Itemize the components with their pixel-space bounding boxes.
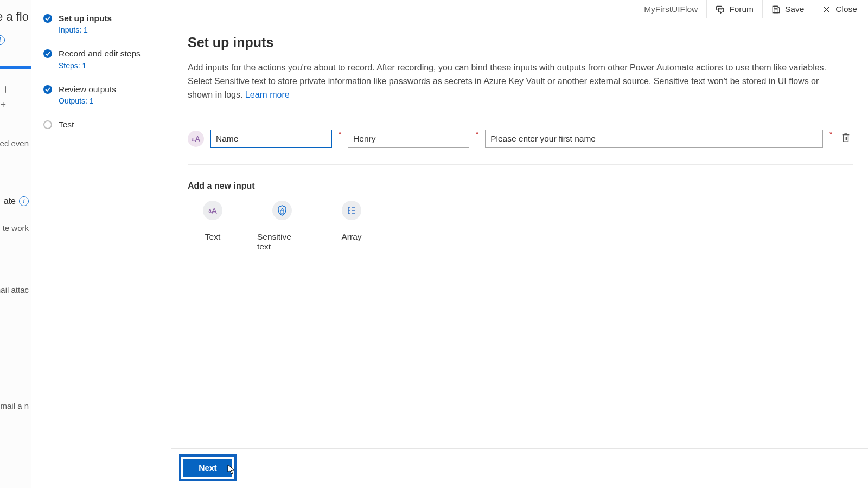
text-type-icon: aA <box>188 131 204 147</box>
wizard-step-title: Set up inputs <box>59 13 112 23</box>
bg-fragment-te-work: te work <box>3 223 29 233</box>
step-bullet-open-icon <box>43 120 52 129</box>
wizard-sidebar: Set up inputs Inputs: 1 Record and edit … <box>31 0 171 488</box>
bg-title-fragment: ake a flo <box>0 10 29 24</box>
text-input-icon: aA <box>203 201 222 220</box>
step-bullet-done-icon <box>43 14 52 23</box>
bg-box-icon <box>0 86 6 95</box>
wizard-step-test[interactable]: Test <box>43 119 162 130</box>
add-input-label: Text <box>205 232 220 242</box>
close-icon <box>822 5 831 14</box>
forum-label: Forum <box>729 4 754 14</box>
wizard-step-title: Test <box>59 119 74 130</box>
topbar: MyFirstUIFlow Forum Save Close <box>171 0 868 18</box>
bg-fragment-ate: atei <box>4 196 29 206</box>
learn-more-link[interactable]: Learn more <box>245 90 290 99</box>
wizard-step-subtitle: Inputs: 1 <box>59 25 112 34</box>
next-button[interactable]: Next <box>183 459 232 477</box>
save-label: Save <box>785 4 804 14</box>
main-panel: MyFirstUIFlow Forum Save Close Set up in… <box>171 0 868 488</box>
required-marker: * <box>829 130 832 138</box>
bg-active-tab-bar <box>0 66 31 69</box>
save-button[interactable]: Save <box>762 0 813 18</box>
bg-info-icon: i <box>0 35 5 45</box>
add-input-sensitive-text[interactable]: Sensitive text <box>257 201 307 252</box>
bg-fragment-nated: nated even <box>0 139 29 148</box>
trash-icon <box>841 132 851 143</box>
input-definition-row: aA * * * <box>188 130 853 165</box>
wizard-step-setup-inputs[interactable]: Set up inputs Inputs: 1 <box>43 13 162 34</box>
content-area: Set up inputs Add inputs for the actions… <box>171 18 868 448</box>
sensitive-text-icon <box>272 201 292 220</box>
array-icon <box>342 201 361 220</box>
close-label: Close <box>835 4 857 14</box>
page-title: Set up inputs <box>188 35 853 50</box>
wizard-step-record-edit[interactable]: Record and edit steps Steps: 1 <box>43 48 162 69</box>
add-input-header: Add a new input <box>188 181 853 191</box>
page-description: Add inputs for the actions you're about … <box>188 61 839 101</box>
required-marker: * <box>476 130 478 138</box>
background-partial-panel: ake a flo i + nated even atei te work ma… <box>0 0 31 488</box>
delete-input-button[interactable] <box>839 130 853 147</box>
add-input-array[interactable]: Array <box>327 201 376 252</box>
next-button-highlight: Next <box>179 454 237 481</box>
footer-bar: Next <box>171 448 868 488</box>
add-input-label: Array <box>341 232 361 242</box>
add-input-row: aA Text Sensitive text <box>188 201 853 252</box>
forum-button[interactable]: Forum <box>706 0 762 18</box>
input-description-field[interactable] <box>485 130 823 148</box>
required-marker: * <box>339 130 341 138</box>
add-input-text[interactable]: aA Text <box>188 201 238 252</box>
step-bullet-done-icon <box>43 49 52 58</box>
wizard-step-title: Record and edit steps <box>59 48 141 59</box>
add-input-label: Sensitive text <box>257 232 307 252</box>
close-button[interactable]: Close <box>813 0 866 18</box>
forum-icon <box>716 5 725 14</box>
wizard-step-subtitle: Outputs: 1 <box>59 97 116 105</box>
svg-rect-1 <box>774 6 777 8</box>
wizard-step-review-outputs[interactable]: Review outputs Outputs: 1 <box>43 84 162 105</box>
flow-name-label: MyFirstUIFlow <box>635 0 706 18</box>
input-name-field[interactable] <box>210 130 332 148</box>
wizard-step-subtitle: Steps: 1 <box>59 61 141 70</box>
svg-rect-2 <box>774 10 778 12</box>
bg-fragment-mail-attac: mail attac <box>0 285 29 294</box>
step-bullet-done-icon <box>43 85 52 94</box>
input-sample-field[interactable] <box>348 130 469 148</box>
bg-fragment-email-a-n: email a n <box>0 401 29 410</box>
wizard-step-title: Review outputs <box>59 84 116 94</box>
save-icon <box>771 5 781 14</box>
bg-plus-icon: + <box>0 99 6 111</box>
